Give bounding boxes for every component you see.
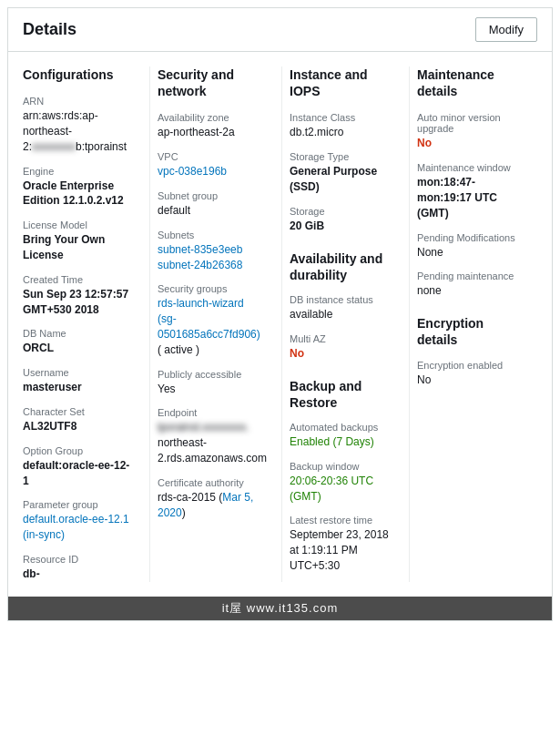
security-network-column: Security and network Availability zone a… [150,66,282,582]
publicly-accessible-label: Publicly accessible [158,369,267,380]
storage-type-value: General Purpose (SSD) [290,164,394,195]
endpoint-label: Endpoint [158,407,267,418]
security-network-title: Security and network [158,66,267,99]
availability-title: Availability and durability [290,250,394,283]
pending-mods-value: None [417,245,523,260]
security-groups-status: ( active ) [158,342,267,358]
engine-label: Engine [23,166,135,177]
charset-label: Character Set [23,406,135,417]
param-group-value[interactable]: default.oracle-ee-12.1 (in-sync) [23,512,135,543]
option-group-label: Option Group [23,445,135,456]
instance-class-value: db.t2.micro [290,125,394,140]
panel-title: Details [23,20,76,39]
storage-type-label: Storage Type [290,151,394,162]
az-label: Availability zone [158,112,267,123]
auto-minor-label: Auto minor version upgrade [417,112,523,134]
latest-restore-label: Latest restore time [290,515,394,526]
backup-title: Backup and Restore [290,378,394,411]
instance-iops-column: Instance and IOPS Instance Class db.t2.m… [282,66,410,582]
subnet-group-label: Subnet group [158,190,267,201]
db-status-value: available [290,307,394,322]
pending-maintenance-value: none [417,283,523,299]
modify-button[interactable]: Modify [475,17,537,42]
resource-id-value: db- [23,567,135,582]
username-value: masteruser [23,380,135,395]
created-time-label: Created Time [23,274,135,285]
encryption-title: Encryption details [417,315,523,348]
multi-az-value: No [290,346,394,362]
auto-minor-value: No [417,136,523,151]
vpc-value[interactable]: vpc-038e196b [158,164,267,179]
param-group-label: Parameter group [23,499,135,510]
automated-backups-value: Enabled (7 Days) [290,434,394,450]
encryption-section: Encryption details [417,315,523,348]
encryption-enabled-value: No [417,373,523,388]
details-columns: Configurations ARN arn:aws:rds:ap-northe… [8,52,552,597]
maintenance-column: Maintenance details Auto minor version u… [410,66,537,582]
instance-class-label: Instance Class [290,112,394,123]
backup-window-label: Backup window [290,461,394,472]
pending-mods-label: Pending Modifications [417,232,523,243]
az-value: ap-northeast-2a [158,125,267,140]
automated-backups-label: Automated backups [290,422,394,433]
endpoint-value: tporainst.xxxxxxxx.northeast-2.rds.amazo… [158,420,267,465]
latest-restore-value: September 23, 2018 at 1:19:11 PM UTC+5:3… [290,527,394,573]
availability-section: Availability and durability [290,250,394,283]
db-name-label: DB Name [23,328,135,339]
storage-value: 20 GiB [290,219,394,234]
backup-section: Backup and Restore [290,378,394,411]
arn-label: ARN [23,96,135,107]
configurations-title: Configurations [23,66,135,83]
watermark-bar: it屋 www.it135.com [8,597,552,620]
charset-value: AL32UTF8 [23,419,135,434]
panel-header: Details Modify [8,8,552,52]
subnets-value[interactable]: subnet-835e3eebsubnet-24b26368 [158,242,267,273]
license-label: License Model [23,219,135,230]
arn-value: arn:aws:rds:ap-northeast-2:xxxxxxxxb:tpo… [23,108,135,154]
db-status-label: DB instance status [290,294,394,305]
subnets-label: Subnets [158,230,267,240]
storage-label: Storage [290,206,394,217]
resource-id-label: Resource ID [23,554,135,565]
option-group-value: default:oracle-ee-12-1 [23,458,135,489]
vpc-label: VPC [158,151,267,162]
subnet-group-value: default [158,203,267,219]
details-panel: Details Modify Configurations ARN arn:aw… [7,7,553,621]
backup-window-value: 20:06-20:36 UTC (GMT) [290,474,394,505]
maintenance-title: Maintenance details [417,66,523,99]
engine-value: Oracle Enterprise Edition 12.1.0.2.v12 [23,179,135,209]
maintenance-window-value: mon:18:47-mon:19:17 UTC (GMT) [417,175,523,220]
license-value: Bring Your Own License [23,232,135,263]
db-name-value: ORCL [23,341,135,356]
cert-authority-value: rds-ca-2015 (Mar 5, 2020) [158,490,267,521]
username-label: Username [23,367,135,378]
multi-az-label: Multi AZ [290,333,394,344]
security-groups-label: Security groups [158,283,267,294]
encryption-enabled-label: Encryption enabled [417,360,523,371]
pending-maintenance-label: Pending maintenance [417,271,523,281]
maintenance-window-label: Maintenance window [417,162,523,173]
publicly-accessible-value: Yes [158,382,267,397]
instance-iops-title: Instance and IOPS [290,66,394,99]
created-time-value: Sun Sep 23 12:57:57 GMT+530 2018 [23,287,135,318]
cert-authority-label: Certificate authority [158,477,267,488]
configurations-column: Configurations ARN arn:aws:rds:ap-northe… [23,66,150,582]
security-groups-value[interactable]: rds-launch-wizard(sg-0501685a6cc7fd906) [158,296,267,342]
watermark-text: it屋 www.it135.com [222,601,339,615]
